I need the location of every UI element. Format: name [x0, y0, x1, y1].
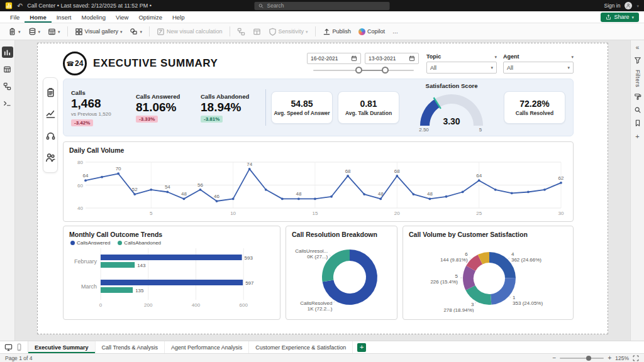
monthly-outcome-chart[interactable]: 0200400600593143February597135March: [69, 246, 274, 309]
avg-talk-card[interactable]: 0.81 Avg. Talk Duration: [338, 91, 399, 124]
satisfaction-gauge[interactable]: 3.302.505: [404, 89, 499, 133]
svg-text:64: 64: [83, 173, 89, 178]
gauge-title: Satisfaction Score: [426, 82, 478, 89]
kpi-calls-abandoned[interactable]: Calls Abandoned 18.94% -3.81%: [201, 93, 260, 123]
mobile-layout-icon[interactable]: [15, 343, 23, 351]
tab-executive-summary[interactable]: Executive Summary: [28, 341, 96, 353]
zoom-in-icon[interactable]: +: [608, 355, 611, 361]
dax-query-view-button[interactable]: [2, 97, 13, 109]
window-title: Call Center • Last saved: 2/12/2025 at 1…: [27, 3, 152, 9]
report-header: ☎ 24 EXECUTIVE SUMMARY 16-02-2021 13-03-…: [63, 48, 574, 79]
visual-gallery-button[interactable]: Visual gallery ▾: [72, 26, 126, 38]
menu-help[interactable]: Help: [167, 11, 190, 23]
trends-nav-icon[interactable]: [43, 107, 57, 121]
kpi-calls[interactable]: Calls 1,468 vs Previous 1,520 -3.42%: [71, 89, 131, 126]
format-brush-icon[interactable]: [634, 93, 641, 101]
fit-to-page-icon[interactable]: [633, 355, 639, 361]
kpi-abandoned-delta-badge: -3.81%: [201, 116, 223, 123]
avg-speed-card[interactable]: 54.85 Avg. Speed of Answer: [271, 91, 333, 124]
share-button[interactable]: Share ▾: [601, 13, 639, 22]
menu-view[interactable]: View: [111, 11, 133, 23]
menubar: File Home Insert Modeling View Optimize …: [0, 11, 644, 23]
call-resolution-chart[interactable]: CallsResolved1K (72.2...)CallsUnresol...…: [292, 238, 392, 312]
kpi-calls-answered[interactable]: Calls Answered 81.06% -3.33%: [136, 93, 196, 123]
date-to-value: 13-03-2021: [369, 55, 396, 62]
menu-file[interactable]: File: [5, 11, 25, 23]
menu-modeling[interactable]: Modeling: [76, 11, 111, 23]
zoom-slider[interactable]: [560, 358, 604, 359]
kpi-answered-value: 81.06%: [136, 101, 196, 114]
search-icon[interactable]: [634, 106, 641, 114]
paste-button[interactable]: ▾: [5, 26, 24, 38]
zoom-slider-handle[interactable]: [586, 356, 591, 361]
satisfaction-volume-chart[interactable]: 4362 (24.66%)1353 (24.05%)3278 (18.94%)5…: [409, 238, 569, 312]
legend-label: CallsAbandoned: [124, 240, 161, 246]
svg-text:46: 46: [214, 194, 219, 199]
zoom-out-icon[interactable]: −: [553, 355, 557, 361]
enter-data-button[interactable]: ▾: [45, 26, 64, 38]
copilot-button[interactable]: Copilot: [355, 26, 388, 37]
svg-text:February: February: [74, 258, 97, 265]
tab-agent-performance[interactable]: Agent Performance Analysis: [165, 341, 249, 353]
legend-calls-abandoned[interactable]: CallsAbandoned: [118, 240, 161, 246]
svg-text:52: 52: [132, 187, 138, 192]
calls-resolved-card[interactable]: 72.28% Calls Resolved: [504, 91, 565, 124]
share-chevron-icon: ▾: [631, 15, 634, 19]
daily-call-volume-card: Daily Call Volume 5101520253040608064705…: [63, 141, 574, 222]
report-page[interactable]: ☎ 24 EXECUTIVE SUMMARY 16-02-2021 13-03-…: [37, 43, 608, 334]
svg-text:40: 40: [77, 206, 83, 211]
tab-customer-experience[interactable]: Customer Experience & Satisfaction: [249, 341, 353, 353]
call-resolution-title: Call Resolution Breakdown: [292, 231, 391, 238]
account-chevron-icon[interactable]: ▾: [636, 4, 639, 8]
legend-calls-answered[interactable]: CallsAnswered: [70, 240, 110, 246]
kpi-answered-delta-badge: -3.33%: [136, 116, 158, 123]
topic-dropdown[interactable]: All ▾: [426, 62, 497, 74]
bookmark-icon[interactable]: [634, 119, 641, 127]
undo-icon[interactable]: ↶: [17, 3, 23, 9]
search-icon: [258, 3, 264, 9]
shapes-button[interactable]: ▾: [126, 26, 145, 38]
sign-in-link[interactable]: Sign in: [604, 3, 620, 9]
menu-home[interactable]: Home: [25, 11, 51, 23]
table-view-button[interactable]: [2, 63, 13, 75]
customers-nav-icon[interactable]: [43, 151, 57, 165]
chevron-down-icon[interactable]: ▾: [571, 55, 574, 59]
add-page-button[interactable]: +: [357, 343, 366, 352]
model-view-button[interactable]: [2, 80, 13, 92]
chevron-down-icon[interactable]: ▾: [494, 55, 497, 59]
desktop-layout-icon[interactable]: [4, 343, 13, 351]
expand-panes-icon[interactable]: «: [636, 44, 640, 51]
kpi-band: Calls 1,468 vs Previous 1,520 -3.42% Cal…: [63, 79, 574, 136]
date-from-field[interactable]: 16-02-2021: [307, 53, 361, 64]
tab-call-trends[interactable]: Call Trends & Analysis: [96, 341, 165, 353]
svg-text:CallsResolved1K (72.2...): CallsResolved1K (72.2...): [300, 300, 332, 312]
page-title: EXECUTIVE SUMMARY: [93, 57, 218, 70]
search-input[interactable]: Search: [255, 2, 390, 10]
publish-label: Publish: [333, 28, 352, 35]
menu-optimize[interactable]: Optimize: [133, 11, 167, 23]
add-pane-icon[interactable]: +: [635, 133, 639, 140]
calendar-icon: [351, 55, 357, 62]
filter-funnel-icon[interactable]: [634, 57, 641, 64]
publish-button[interactable]: Publish: [319, 26, 355, 38]
zoom-controls: − + 125%: [553, 355, 639, 361]
date-range-slider[interactable]: [313, 67, 414, 74]
svg-text:15: 15: [313, 211, 318, 216]
report-content: ☎ 24 EXECUTIVE SUMMARY 16-02-2021 13-03-…: [63, 48, 574, 329]
daily-call-volume-chart[interactable]: 5101520253040608064705254485646744868486…: [69, 154, 567, 217]
chevron-down-icon: ▾: [58, 30, 60, 34]
filters-pane-tab[interactable]: Filters: [635, 70, 641, 87]
get-data-button[interactable]: ▾: [25, 26, 44, 38]
avg-speed-value: 54.85: [291, 99, 313, 109]
date-to-field[interactable]: 13-03-2021: [365, 53, 419, 64]
avatar[interactable]: [625, 2, 632, 9]
report-view-button[interactable]: [2, 47, 13, 58]
slider-handle-right[interactable]: [382, 67, 389, 74]
more-options-button[interactable]: …: [389, 26, 401, 36]
agent-dropdown[interactable]: All ▾: [503, 62, 574, 74]
menu-insert[interactable]: Insert: [52, 11, 77, 23]
summary-nav-icon[interactable]: [43, 85, 57, 99]
slider-handle-left[interactable]: [355, 67, 362, 74]
svg-text:200: 200: [144, 302, 153, 308]
agent-nav-icon[interactable]: [43, 129, 57, 143]
